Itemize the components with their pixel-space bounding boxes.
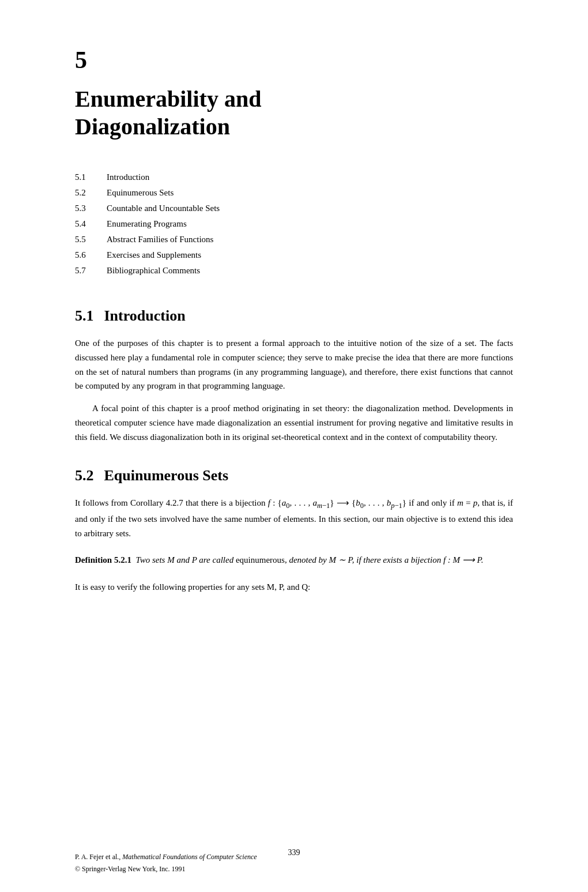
copyright-block: P. A. Fejer et al., Mathematical Foundat… [75, 851, 257, 875]
section-5-2-para-1: It follows from Corollary 4.2.7 that the… [75, 496, 513, 540]
section-heading-5-2: 5.2Equinumerous Sets [75, 467, 513, 484]
copyright-line1: P. A. Fejer et al., Mathematical Foundat… [75, 851, 257, 863]
definition-term: equinumerous, [236, 555, 287, 564]
section-5-1: 5.1Introduction One of the purposes of t… [75, 307, 513, 444]
toc-item-3: 5.3 Countable and Uncountable Sets [75, 201, 513, 216]
toc-number: 5.7 [75, 263, 107, 278]
section-5-2: 5.2Equinumerous Sets It follows from Cor… [75, 467, 513, 594]
toc-item-4: 5.4 Enumerating Programs [75, 216, 513, 232]
toc-label: Exercises and Supplements [107, 247, 201, 263]
toc-item-7: 5.7 Bibliographical Comments [75, 263, 513, 278]
toc-label: Bibliographical Comments [107, 263, 200, 278]
chapter-number: 5 [75, 46, 513, 74]
definition-5-2-1: Definition 5.2.1 Two sets M and P are ca… [75, 553, 513, 567]
definition-body-2: denoted by M ∼ P, if there exists a bije… [289, 555, 483, 564]
page-number: 339 [288, 848, 300, 857]
table-of-contents: 5.1 Introduction 5.2 Equinumerous Sets 5… [75, 170, 513, 278]
toc-item-1: 5.1 Introduction [75, 170, 513, 185]
toc-label: Countable and Uncountable Sets [107, 201, 220, 216]
toc-number: 5.5 [75, 232, 107, 247]
page: 5 Enumerability and Diagonalization 5.1 … [0, 0, 588, 892]
toc-item-5: 5.5 Abstract Families of Functions [75, 232, 513, 247]
toc-number: 5.3 [75, 201, 107, 216]
section-5-2-para-2: It is easy to verify the following prope… [75, 580, 513, 594]
toc-label: Abstract Families of Functions [107, 232, 213, 247]
toc-number: 5.4 [75, 216, 107, 232]
definition-body: Two sets M and P are called [135, 555, 233, 564]
chapter-title: Enumerability and Diagonalization [75, 85, 513, 141]
toc-number: 5.6 [75, 247, 107, 263]
copyright-line2: © Springer-Verlag New York, Inc. 1991 [75, 863, 257, 875]
section-5-1-para-1: One of the purposes of this chapter is t… [75, 336, 513, 393]
toc-label: Equinumerous Sets [107, 185, 174, 201]
toc-item-2: 5.2 Equinumerous Sets [75, 185, 513, 201]
toc-label: Enumerating Programs [107, 216, 187, 232]
toc-item-6: 5.6 Exercises and Supplements [75, 247, 513, 263]
section-heading-5-1: 5.1Introduction [75, 307, 513, 325]
definition-label: Definition 5.2.1 [75, 555, 131, 564]
section-5-1-para-2: A focal point of this chapter is a proof… [75, 401, 513, 444]
toc-label: Introduction [107, 170, 149, 185]
definition-text: Definition 5.2.1 Two sets M and P are ca… [75, 553, 513, 567]
toc-number: 5.2 [75, 185, 107, 201]
toc-number: 5.1 [75, 170, 107, 185]
